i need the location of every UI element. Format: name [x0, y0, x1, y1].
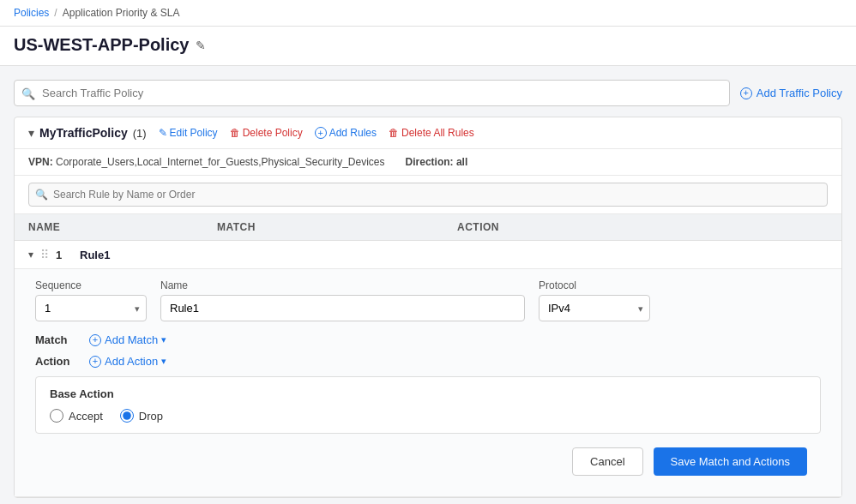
delete-all-icon: 🗑: [389, 127, 399, 139]
page-title: US-WEST-APP-Policy: [14, 35, 189, 55]
add-match-label: Add Match: [105, 333, 158, 346]
breadcrumb-separator: /: [54, 7, 57, 19]
drop-radio[interactable]: [120, 409, 134, 423]
delete-all-label: Delete All Rules: [401, 127, 474, 139]
main-content: 🔍 + Add Traffic Policy ▾ MyTrafficPolicy…: [0, 66, 856, 504]
save-match-actions-button[interactable]: Save Match and Actions: [654, 447, 807, 476]
policy-count: (1): [133, 127, 147, 140]
search-add-row: 🔍 + Add Traffic Policy: [14, 80, 842, 106]
rule-sequence-number: 1: [56, 249, 73, 261]
page-title-edit-icon[interactable]: ✎: [196, 39, 206, 52]
rules-table-header: NAME MATCH ACTION: [15, 214, 841, 241]
breadcrumb: Policies / Application Priority & SLA: [0, 0, 856, 27]
base-action-card: Base Action Accept Drop: [35, 376, 821, 434]
col-name-header: NAME: [28, 221, 217, 233]
action-row: Action + Add Action ▾: [35, 355, 821, 368]
add-rules-label: Add Rules: [329, 127, 377, 139]
rule-collapse-button[interactable]: ▾: [28, 249, 33, 261]
protocol-field-group: Protocol IPv4 IPv6 Any ▾: [539, 279, 650, 321]
delete-policy-icon: 🗑: [230, 127, 240, 139]
add-traffic-policy-button[interactable]: + Add Traffic Policy: [740, 83, 842, 103]
add-action-plus-icon: +: [89, 356, 101, 368]
breadcrumb-current: Application Priority & SLA: [63, 7, 180, 19]
col-match-header: MATCH: [217, 221, 457, 233]
search-traffic-input[interactable]: [14, 80, 730, 106]
policy-header: ▾ MyTrafficPolicy (1) ✎ Edit Policy 🗑 De…: [15, 117, 841, 149]
match-row: Match + Add Match ▾: [35, 333, 821, 346]
drag-handle-icon[interactable]: ⠿: [40, 248, 49, 261]
delete-policy-label: Delete Policy: [243, 127, 303, 139]
policy-actions: ✎ Edit Policy 🗑 Delete Policy + Add Rule…: [159, 127, 474, 139]
drop-radio-item[interactable]: Drop: [120, 409, 163, 423]
match-label: Match: [35, 333, 82, 346]
protocol-select[interactable]: IPv4 IPv6 Any: [539, 295, 650, 321]
accept-radio[interactable]: [50, 409, 63, 423]
add-match-button[interactable]: + Add Match ▾: [89, 333, 166, 346]
name-label: Name: [160, 279, 525, 291]
breadcrumb-policies-link[interactable]: Policies: [14, 7, 49, 19]
rule-name-input[interactable]: [160, 295, 525, 321]
edit-policy-button[interactable]: ✎ Edit Policy: [159, 127, 218, 139]
add-match-dropdown-icon: ▾: [161, 334, 166, 345]
add-traffic-label: Add Traffic Policy: [757, 87, 842, 99]
sequence-field-group: Sequence 1 2 3 ▾: [35, 279, 147, 321]
add-action-button[interactable]: + Add Action ▾: [89, 355, 166, 368]
search-rule-icon: 🔍: [35, 189, 48, 201]
add-rules-plus-icon: +: [315, 127, 327, 139]
search-traffic-icon: 🔍: [21, 87, 35, 99]
policy-header-left: ▾ MyTrafficPolicy (1): [28, 126, 147, 140]
sequence-select-wrapper: 1 2 3 ▾: [35, 295, 147, 321]
add-rules-button[interactable]: + Add Rules: [315, 127, 377, 139]
policy-name: MyTrafficPolicy: [39, 126, 128, 140]
accept-label: Accept: [69, 410, 103, 423]
form-fields-row: Sequence 1 2 3 ▾ Name: [35, 279, 821, 321]
action-label: Action: [35, 355, 82, 368]
rule-form: Sequence 1 2 3 ▾ Name: [15, 268, 841, 496]
rule-name-display: Rule1: [80, 249, 110, 261]
vpn-label: VPN: Corporate_Users,Local_Internet_for_…: [28, 156, 385, 168]
base-action-title: Base Action: [50, 387, 806, 400]
rule-1-expanded: ▾ ⠿ 1 Rule1 Sequence 1 2 3: [15, 241, 841, 497]
sequence-select[interactable]: 1 2 3: [35, 295, 147, 321]
add-match-plus-icon: +: [89, 334, 101, 346]
add-traffic-plus-icon: +: [740, 87, 752, 99]
rule-header-row: ▾ ⠿ 1 Rule1: [15, 241, 841, 268]
col-action-header: ACTION: [457, 221, 828, 233]
protocol-label: Protocol: [539, 279, 650, 291]
drop-label: Drop: [139, 410, 163, 423]
search-rule-input[interactable]: [28, 183, 828, 207]
delete-policy-button[interactable]: 🗑 Delete Policy: [230, 127, 303, 139]
sequence-label: Sequence: [35, 279, 147, 291]
search-rule-box: 🔍: [28, 183, 828, 207]
base-action-radio-group: Accept Drop: [50, 409, 806, 423]
protocol-select-wrapper: IPv4 IPv6 Any ▾: [539, 295, 650, 321]
cancel-button[interactable]: Cancel: [572, 447, 642, 476]
accept-radio-item[interactable]: Accept: [50, 409, 103, 423]
edit-policy-icon: ✎: [159, 127, 167, 139]
add-action-label: Add Action: [105, 355, 158, 368]
edit-policy-label: Edit Policy: [170, 127, 218, 139]
vpn-info-row: VPN: Corporate_Users,Local_Internet_for_…: [15, 149, 841, 176]
direction-info: Direction: all: [406, 156, 468, 168]
footer-row: Cancel Save Match and Actions: [35, 434, 821, 483]
policy-panel: ▾ MyTrafficPolicy (1) ✎ Edit Policy 🗑 De…: [14, 117, 842, 498]
search-traffic-box: 🔍: [14, 80, 730, 106]
policy-collapse-button[interactable]: ▾: [28, 126, 34, 140]
add-action-dropdown-icon: ▾: [161, 356, 166, 367]
name-field-group: Name: [160, 279, 525, 321]
delete-all-rules-button[interactable]: 🗑 Delete All Rules: [389, 127, 474, 139]
page-header: US-WEST-APP-Policy ✎: [0, 27, 856, 66]
search-rule-row: 🔍: [15, 176, 841, 214]
